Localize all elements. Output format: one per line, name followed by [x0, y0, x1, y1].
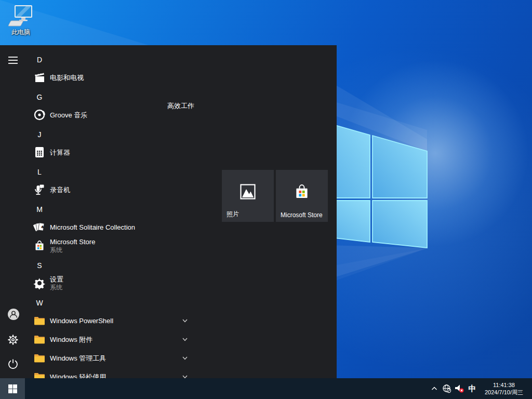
folder-label: Windows PowerShell [50, 317, 113, 325]
folder-item-windows-accessories[interactable]: Windows 附件 [33, 330, 92, 349]
tile-microsoft-store[interactable]: Microsoft Store [276, 170, 328, 222]
tile-label: 照片 [227, 210, 239, 219]
folder-icon [33, 314, 46, 327]
clock-time: 11:41:38 [479, 381, 529, 389]
letter-header-l[interactable]: L [33, 163, 46, 181]
app-label: 录音机 [50, 186, 70, 194]
folder-icon [33, 352, 46, 364]
app-item-calculator[interactable]: 计算器 [33, 143, 70, 162]
movies-tv-icon [33, 71, 46, 84]
folder-item-windows-powershell[interactable]: Windows PowerShell [33, 311, 113, 330]
start-menu: D 电影和电视 G Groove 音乐 J [0, 45, 337, 378]
settings-gear-icon [33, 277, 46, 289]
app-label: 计算器 [50, 149, 70, 156]
app-label: 电影和电视 [50, 74, 84, 82]
app-label: 设置 [50, 275, 63, 283]
gear-icon [7, 334, 19, 345]
groove-music-icon [33, 109, 46, 121]
microsoft-store-icon [293, 183, 311, 201]
app-item-groove-music[interactable]: Groove 音乐 [33, 105, 87, 124]
this-pc-icon [8, 4, 33, 27]
clock[interactable]: 11:41:38 2024/7/10/周三 [479, 381, 529, 396]
system-tray: 中 11:41:38 2024/7/10/周三 [428, 378, 532, 399]
app-label: Groove 音乐 [50, 111, 87, 119]
app-item-movies-tv[interactable]: 电影和电视 [33, 68, 84, 87]
letter-header-w[interactable]: W [33, 294, 46, 312]
app-label: Microsoft Solitaire Collection [50, 223, 135, 231]
speaker-muted-icon [454, 383, 464, 394]
tile-photos[interactable]: 照片 [222, 170, 274, 222]
power-button[interactable] [7, 358, 19, 370]
volume-button[interactable] [453, 378, 466, 399]
microsoft-store-icon [33, 240, 46, 252]
app-label: Microsoft Store [50, 238, 95, 246]
hamburger-icon [7, 55, 19, 66]
folder-icon [33, 333, 46, 345]
desktop-icon-label: 此电脑 [11, 28, 30, 37]
folder-label: Windows 附件 [50, 336, 92, 343]
letter-header-j[interactable]: J [33, 125, 46, 144]
clock-date: 2024/7/10/周三 [479, 389, 529, 396]
desktop-icon-this-pc[interactable]: 此电脑 [4, 4, 37, 41]
app-sublabel: 系统 [50, 284, 62, 291]
app-item-microsoft-store[interactable]: Microsoft Store 系统 [33, 234, 95, 257]
letter-header-m[interactable]: M [33, 200, 46, 219]
power-icon [7, 358, 19, 370]
user-account-button[interactable] [7, 308, 20, 321]
svg-text:♠: ♠ [40, 224, 45, 230]
network-status-button[interactable] [441, 378, 453, 399]
settings-rail-button[interactable] [7, 334, 19, 345]
chevron-down-icon[interactable] [182, 317, 188, 324]
photos-icon [240, 184, 256, 200]
chevron-down-icon[interactable] [182, 355, 188, 361]
app-sublabel: 系统 [50, 246, 62, 254]
chevron-up-icon [430, 384, 438, 393]
ime-indicator[interactable]: 中 [466, 384, 479, 394]
solitaire-icon: ♠ [33, 221, 46, 233]
start-button[interactable] [0, 378, 25, 399]
show-hidden-icons-button[interactable] [428, 378, 441, 399]
chevron-down-icon[interactable] [182, 336, 188, 342]
letter-header-g[interactable]: G [33, 88, 46, 107]
tile-label: Microsoft Store [281, 211, 323, 219]
folder-item-windows-admin-tools[interactable]: Windows 管理工具 [33, 349, 106, 367]
app-item-settings[interactable]: 设置 系统 [33, 272, 63, 295]
start-menu-rail [0, 45, 26, 378]
windows-logo-icon [8, 384, 17, 393]
app-item-solitaire[interactable]: ♠ Microsoft Solitaire Collection [33, 218, 135, 236]
user-avatar-icon [7, 308, 20, 321]
tile-group-title[interactable]: 高效工作 [167, 101, 194, 111]
app-item-voice-recorder[interactable]: 录音机 [33, 180, 70, 199]
calculator-icon [33, 146, 46, 158]
expand-menu-button[interactable] [7, 55, 19, 66]
letter-header-d[interactable]: D [33, 50, 46, 69]
globe-no-internet-icon [442, 384, 451, 393]
taskbar: 中 11:41:38 2024/7/10/周三 [0, 378, 532, 399]
voice-recorder-icon [33, 183, 46, 196]
folder-label: Windows 管理工具 [50, 354, 106, 362]
